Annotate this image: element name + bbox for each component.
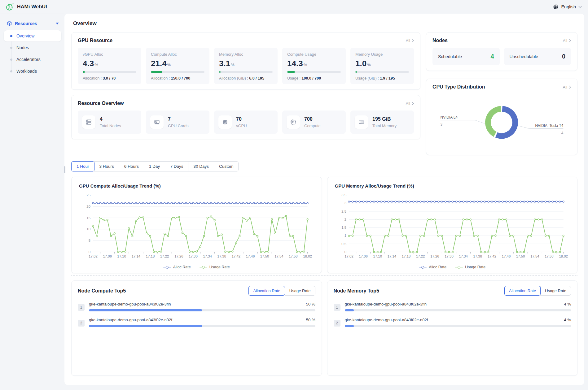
svg-text:NVIDIA L4: NVIDIA L4 [441, 115, 458, 119]
compute-icon [287, 115, 300, 129]
svg-text:17:34: 17:34 [459, 254, 467, 258]
legend-marker-icon [419, 267, 427, 267]
metric-value: 14.3 [287, 59, 303, 68]
sidebar-item-dot [10, 47, 12, 49]
legend-item[interactable]: Usage Rate [200, 265, 230, 269]
svg-text:17:54: 17:54 [530, 254, 539, 258]
node-memory-top5-title: Node Memory Top5 [334, 288, 379, 294]
legend-marker-icon [455, 267, 463, 267]
vgpu-icon [218, 115, 232, 129]
sidebar-item[interactable]: Nodes [4, 42, 61, 53]
gpu-memory-trend-chart[interactable]: 00.511.522.533.517:0217:0617:1017:1417:1… [335, 191, 570, 264]
svg-text:17:58: 17:58 [289, 254, 297, 258]
sidebar-item[interactable]: Accelerators [4, 54, 61, 65]
main-panel: Overview GPU Resource All vGPU Alloc 4.3… [64, 14, 584, 385]
svg-text:17:14: 17:14 [387, 254, 396, 258]
sidebar-item[interactable]: Workloads [4, 66, 61, 77]
metric-progress-track [83, 71, 136, 73]
time-range-tab[interactable]: Custom [214, 161, 239, 171]
sidebar-item[interactable]: Overview [4, 30, 61, 41]
svg-text:1: 1 [344, 234, 346, 238]
nodes-card: Nodes All Schedulable 4 Unschedulable 0 [426, 32, 577, 71]
legend-label: Alloc Rate [429, 265, 446, 269]
brand: HAMi WebUI [6, 3, 47, 11]
gpu-compute-trend-card: GPU Compute Alloc/Usage Trend (%) 051015… [71, 177, 322, 273]
metric-progress-fill [151, 71, 162, 73]
metric-detail: Usage : 100.0 / 700 [287, 76, 341, 80]
svg-text:2: 2 [344, 218, 346, 221]
time-range-tab[interactable]: 3 Hours [94, 161, 119, 171]
metric-label: Compute Usage [287, 52, 341, 57]
metric-detail: Allocation : 150.0 / 700 [151, 76, 204, 80]
gpu-type-distribution-card: GPU Type Distribution All NVIDIA–Tesla T… [426, 79, 577, 155]
svg-text:17:06: 17:06 [359, 254, 367, 258]
metric-detail: Allocation (GiB) : 6.0 / 195 [219, 76, 273, 80]
svg-text:NVIDIA–Tesla T4: NVIDIA–Tesla T4 [535, 124, 563, 128]
node-status-stat: Schedulable 4 [432, 48, 500, 65]
sidebar-item-label: Accelerators [16, 57, 41, 62]
node-status-stat: Unschedulable 0 [504, 48, 571, 65]
gpu-type-all-link[interactable]: All [563, 85, 571, 89]
legend-label: Usage Rate [465, 265, 485, 269]
gpu-type-donut-chart[interactable]: NVIDIA–Tesla T44NVIDIA L43 [432, 94, 571, 150]
node-rate-track [345, 325, 571, 327]
gpu-type-title: GPU Type Distribution [432, 84, 485, 90]
svg-text:17:42: 17:42 [487, 254, 496, 258]
svg-text:17:58: 17:58 [545, 254, 553, 258]
resource-overview-all-link[interactable]: All [406, 101, 414, 106]
metric-value: 3.1 [219, 59, 230, 68]
gpu-compute-trend-legend: Alloc RateUsage Rate [79, 265, 314, 269]
gpu-resource-all-link[interactable]: All [406, 38, 414, 43]
rank-badge: 2 [334, 320, 340, 327]
nodes-all-link[interactable]: All [563, 38, 571, 43]
node-rate-value: 50 % [306, 318, 315, 322]
time-range-tab[interactable]: 30 Days [188, 161, 214, 171]
topbar: HAMi WebUI English [0, 0, 588, 14]
sidebar-section-resources[interactable]: Resources [4, 19, 61, 30]
node-name: gke-kantaloupe-demo-gpu-pool-a843f02e-n0… [89, 318, 172, 322]
resource-stat-value: 7 [168, 116, 188, 122]
gpu-memory-trend-card: GPU Memory Alloc/Usage Trend (%) 00.511.… [327, 177, 578, 273]
metric-detail: Allocation : 3.0 / 70 [83, 76, 136, 80]
time-range-tab[interactable]: 1 Hour [71, 161, 94, 171]
metric-unit: % [167, 63, 171, 67]
resource-stat-value: 70 [236, 116, 247, 122]
language-selector[interactable]: English [553, 4, 582, 10]
sidebar-collapse-handle[interactable] [64, 166, 65, 173]
gpu-resource-metrics: vGPU Alloc 4.3% Allocation : 3.0 / 70 Co… [78, 48, 414, 84]
node-memory-top5-rows: 1 gke-kantaloupe-demo-gpu-pool-a843f02e-… [334, 302, 571, 327]
svg-text:3: 3 [344, 201, 346, 205]
svg-text:10: 10 [86, 228, 90, 231]
legend-label: Alloc Rate [173, 265, 191, 269]
resource-stat-label: Total Nodes [100, 124, 121, 128]
node-rate-track [89, 325, 315, 327]
resource-overview-title: Resource Overview [78, 101, 124, 106]
top5-toggle-button[interactable]: Usage Rate [285, 286, 315, 296]
svg-text:17:10: 17:10 [373, 254, 382, 258]
gpu-compute-trend-chart[interactable]: 051015202517:0217:0617:1017:1417:1817:22… [79, 191, 314, 264]
top5-toggle-button[interactable]: Usage Rate [540, 286, 571, 296]
svg-text:17:06: 17:06 [103, 254, 112, 258]
svg-text:5: 5 [89, 239, 90, 242]
svg-text:2.5: 2.5 [341, 210, 346, 213]
node-rate-fill [89, 325, 202, 327]
legend-item[interactable]: Alloc Rate [163, 265, 191, 269]
resource-overview-stats: 4 Total Nodes 7 GPU Cards 70 vGPU 700 Co… [78, 110, 414, 134]
time-range-tab[interactable]: 1 Day [144, 161, 165, 171]
resource-stat-value: 195 GiB [372, 116, 397, 122]
svg-text:17:22: 17:22 [160, 254, 169, 258]
svg-text:0: 0 [344, 250, 346, 254]
time-range-tab[interactable]: 7 Days [165, 161, 188, 171]
svg-text:17:30: 17:30 [189, 254, 197, 258]
top5-toggle-button[interactable]: Allocation Rate [248, 286, 285, 296]
time-range-tab[interactable]: 6 Hours [119, 161, 144, 171]
legend-item[interactable]: Alloc Rate [419, 265, 446, 269]
svg-text:17:26: 17:26 [430, 254, 439, 258]
svg-text:17:46: 17:46 [246, 254, 255, 258]
node-rate-fill [89, 309, 202, 311]
top5-row: 1 gke-kantaloupe-demo-gpu-pool-a843f02e-… [78, 302, 315, 311]
node-rate-value: 4 % [564, 318, 571, 322]
resource-stat-label: vGPU [236, 124, 247, 128]
top5-toggle-button[interactable]: Allocation Rate [504, 286, 541, 296]
legend-item[interactable]: Usage Rate [455, 265, 485, 269]
